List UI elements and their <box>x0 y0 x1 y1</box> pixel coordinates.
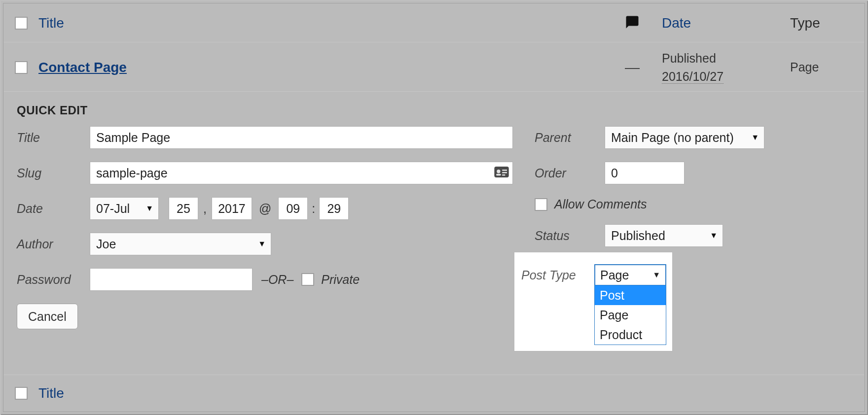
comma-sep: , <box>203 202 207 216</box>
svg-rect-6 <box>502 170 507 171</box>
hour-input[interactable] <box>278 197 308 220</box>
svg-rect-7 <box>502 172 507 173</box>
id-card-icon <box>494 167 509 179</box>
comments-icon[interactable] <box>624 15 641 32</box>
post-type-panel: Post Type Page ▼ Post Page Product <box>514 252 672 351</box>
post-type-option-product[interactable]: Product <box>595 325 666 345</box>
month-value: 07-Jul <box>96 202 130 216</box>
row-type: Page <box>790 60 819 74</box>
chevron-down-icon: ▼ <box>652 271 660 279</box>
post-type-selected: Page <box>600 268 629 282</box>
order-input[interactable] <box>605 162 685 184</box>
slug-input[interactable] <box>90 162 513 184</box>
parent-value: Main Page (no parent) <box>611 131 734 145</box>
svg-point-4 <box>497 170 500 173</box>
year-input[interactable] <box>212 197 252 220</box>
password-label: Password <box>17 273 90 287</box>
row-title-link[interactable]: Contact Page <box>38 60 127 75</box>
private-label: Private <box>321 273 360 287</box>
parent-select[interactable]: Main Page (no parent)▼ <box>605 126 764 149</box>
svg-rect-5 <box>496 174 501 176</box>
author-select[interactable]: Joe▼ <box>90 233 271 255</box>
or-sep: –OR– <box>261 273 293 287</box>
date-label: Date <box>17 202 90 216</box>
author-label: Author <box>17 237 90 251</box>
quick-edit-heading: QUICK EDIT <box>17 104 851 117</box>
post-type-listbox[interactable]: Post Page Product <box>594 285 666 345</box>
post-type-option-post[interactable]: Post <box>595 285 666 305</box>
row-checkbox[interactable] <box>15 61 28 74</box>
table-row: Contact Page — Published 2016/10/27 Page <box>4 43 864 92</box>
allow-comments-checkbox[interactable] <box>535 198 547 211</box>
allow-comments-label: Allow Comments <box>554 197 647 211</box>
parent-label: Parent <box>535 131 605 145</box>
row-comments-dash: — <box>625 59 640 76</box>
author-value: Joe <box>96 237 116 251</box>
post-type-label: Post Type <box>521 264 594 282</box>
column-title[interactable]: Title <box>38 15 64 31</box>
column-date[interactable]: Date <box>662 15 691 31</box>
table-footer: Title <box>4 375 864 411</box>
order-label: Order <box>535 166 605 180</box>
day-input[interactable] <box>169 197 198 220</box>
row-pub-status: Published <box>662 49 790 67</box>
row-pub-date: 2016/10/27 <box>662 69 723 84</box>
status-value: Published <box>611 229 665 243</box>
private-checkbox[interactable] <box>301 273 314 286</box>
colon-sep: : <box>312 202 315 216</box>
slug-label: Slug <box>17 166 90 180</box>
post-type-option-page[interactable]: Page <box>595 305 666 325</box>
month-select[interactable]: 07-Jul▼ <box>90 197 159 220</box>
minute-input[interactable] <box>319 197 349 220</box>
at-sep: @ <box>259 202 271 216</box>
table-header: Title Date Type <box>4 4 864 42</box>
cancel-button[interactable]: Cancel <box>17 304 78 329</box>
select-all-checkbox-footer[interactable] <box>15 387 28 400</box>
title-label: Title <box>17 131 90 145</box>
footer-column-title[interactable]: Title <box>38 385 64 401</box>
password-input[interactable] <box>90 268 253 291</box>
status-select[interactable]: Published▼ <box>605 224 723 247</box>
status-label: Status <box>535 229 605 243</box>
post-type-select[interactable]: Page ▼ <box>594 264 666 286</box>
title-input[interactable] <box>90 126 513 149</box>
svg-rect-8 <box>502 174 505 175</box>
column-type: Type <box>790 15 820 31</box>
select-all-checkbox[interactable] <box>15 17 28 30</box>
quick-edit-panel: QUICK EDIT Title Slug <box>4 93 864 374</box>
